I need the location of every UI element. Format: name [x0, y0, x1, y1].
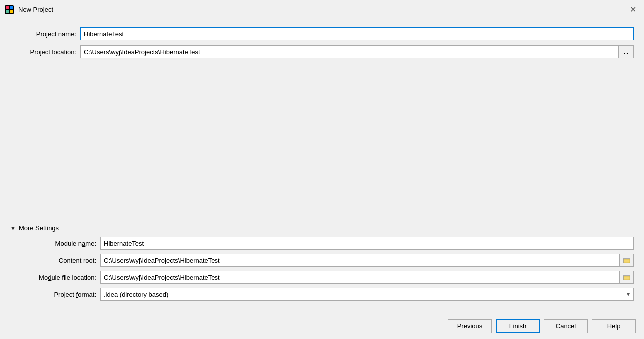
content-root-input[interactable] — [100, 254, 620, 267]
help-button[interactable]: Help — [592, 319, 636, 333]
close-button[interactable]: ✕ — [626, 3, 640, 17]
content-root-input-group — [100, 254, 634, 267]
previous-button[interactable]: Previous — [448, 319, 492, 333]
module-file-location-input-group — [100, 271, 634, 284]
app-icon — [4, 5, 14, 15]
dialog-title: New Project — [18, 6, 626, 13]
spacer — [10, 63, 634, 224]
module-file-location-input[interactable] — [100, 271, 620, 284]
more-settings-header[interactable]: ▼ More Settings — [10, 224, 634, 232]
collapse-arrow-icon: ▼ — [10, 225, 16, 231]
project-name-label: Project name: — [10, 30, 80, 38]
project-format-row: Project format: .idea (directory based) … — [10, 288, 634, 301]
more-settings-section: ▼ More Settings Module name: Content roo… — [10, 224, 634, 305]
module-name-row: Module name: — [10, 237, 634, 250]
dialog-footer: Previous Finish Cancel Help — [0, 313, 644, 339]
project-location-input-group: ... — [80, 45, 634, 58]
browse-module-file-location-button[interactable] — [620, 271, 634, 284]
module-name-label: Module name: — [10, 240, 100, 247]
module-file-location-row: Module file location: — [10, 271, 634, 284]
more-settings-title: More Settings — [19, 224, 59, 232]
content-root-row: Content root: — [10, 254, 634, 267]
cancel-button[interactable]: Cancel — [544, 319, 588, 333]
new-project-dialog: New Project ✕ Project name: Project loca… — [0, 0, 644, 339]
project-format-select[interactable]: .idea (directory based) .ipr (file based… — [100, 288, 634, 301]
project-location-input[interactable] — [80, 45, 619, 58]
browse-location-button[interactable]: ... — [619, 45, 634, 58]
svg-rect-2 — [10, 6, 13, 9]
project-format-select-wrapper: .idea (directory based) .ipr (file based… — [100, 288, 634, 301]
project-format-label: Project format: — [10, 291, 100, 298]
settings-grid: Module name: Content root: — [10, 237, 634, 301]
module-file-location-label: Module file location: — [10, 274, 100, 281]
project-location-label: Project location: — [10, 48, 80, 56]
project-location-row: Project location: ... — [10, 45, 634, 58]
dialog-content: Project name: Project location: ... ▼ Mo… — [0, 19, 644, 313]
project-name-row: Project name: — [10, 27, 634, 40]
content-root-label: Content root: — [10, 257, 100, 264]
finish-button[interactable]: Finish — [496, 319, 540, 333]
svg-rect-1 — [6, 6, 9, 9]
project-name-input[interactable] — [80, 27, 634, 40]
title-bar: New Project ✕ — [0, 0, 644, 19]
svg-rect-4 — [10, 10, 13, 13]
browse-content-root-button[interactable] — [620, 254, 634, 267]
svg-rect-3 — [6, 10, 9, 13]
module-name-input[interactable] — [100, 237, 634, 250]
